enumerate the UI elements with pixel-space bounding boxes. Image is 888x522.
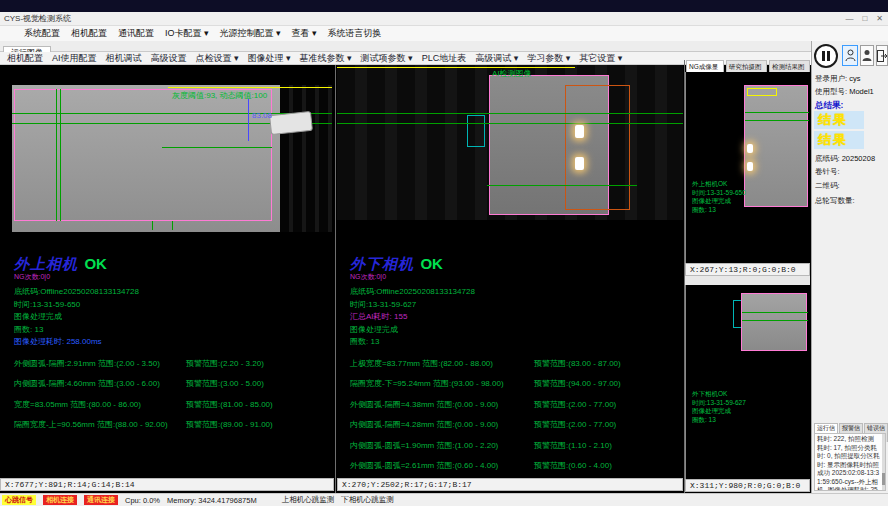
- paper-code-value: 20250208: [842, 154, 875, 163]
- pause-button[interactable]: [814, 44, 838, 68]
- threshold-overlay-label: 灰度阈值:93, 动态阈值:100: [172, 90, 267, 101]
- measurement-text: 隔圈宽度-下=95.24mm 范围:(93.00 - 98.00): [350, 378, 534, 389]
- bright-spot: [575, 125, 584, 138]
- bright-spot: [575, 157, 584, 170]
- menu-item-comm-config[interactable]: 通讯配置: [118, 27, 154, 40]
- memory-usage: Memory: 3424.41796875M: [167, 496, 257, 505]
- teal-roi-box: [467, 115, 485, 147]
- right-control-panel: 登录用户: cys 使用型号: Model1 总结果: 结果 结果 底纸码: 2…: [811, 41, 888, 493]
- cpu-usage: Cpu: 0.0%: [125, 496, 160, 505]
- total-write-count-label: 总轮写数量:: [815, 196, 855, 206]
- menu-item-language-switch[interactable]: 系统语言切换: [328, 27, 382, 40]
- toolbar-camera-config[interactable]: 相机配置: [7, 52, 43, 65]
- toolbar-spot-check[interactable]: 点检设置 ▾: [196, 52, 239, 65]
- maximize-button[interactable]: □: [862, 12, 867, 26]
- window-controls: — □ ✕: [845, 12, 883, 26]
- warning-range: 预警范围:(0.60 - 4.00): [534, 460, 680, 471]
- process-done-line: 图像处理完成: [14, 311, 332, 324]
- mini-line: 圈数: 13: [692, 206, 746, 215]
- bright-spot: [747, 144, 753, 153]
- login-user-value: cys: [849, 74, 860, 83]
- toolbar-other-settings[interactable]: 其它设置 ▾: [579, 52, 622, 65]
- side-view-upper[interactable]: 外上相机OK 时间:13-31-59-650 图像处理完成 圈数: 13: [685, 72, 810, 263]
- window-title: CYS-视觉检测系统: [4, 14, 71, 23]
- mini-line: 圈数: 13: [692, 416, 746, 425]
- logout-button[interactable]: [876, 45, 888, 66]
- model-label: 使用型号:: [815, 87, 847, 96]
- top-dark-strip: [0, 0, 888, 12]
- baseline-overlay: [337, 113, 683, 114]
- measurement-row: 外侧圆弧-隔圈:2.91mm 范围:(2.00 - 3.50)预警范围:(2.2…: [14, 358, 332, 369]
- measurement-row: 宽度=83.05mm 范围:(80.00 - 86.00)预警范围:(81.00…: [14, 399, 332, 410]
- qr-code-label: 二维码:: [815, 181, 840, 191]
- minimize-button[interactable]: —: [845, 12, 853, 26]
- warning-range: 预警范围:(2.20 - 3.20): [186, 358, 332, 369]
- side-view-tabs: NG成像显示 研究拍摄图像 检测结果图像: [686, 60, 810, 72]
- needle-number-label: 卷针号:: [815, 167, 840, 177]
- measurement-text: 内侧圆弧-隔圈:4.60mm 范围:(3.00 - 6.00): [14, 378, 186, 389]
- upper-camera-image[interactable]: 灰度阈值:93, 动态阈值:100 83.08: [12, 85, 332, 232]
- toolbar-advanced-debug[interactable]: 高级调试 ▾: [475, 52, 518, 65]
- lower-camera-image[interactable]: AI检测图像: [337, 65, 683, 220]
- menu-item-camera-config[interactable]: 相机配置: [71, 27, 107, 40]
- warning-range: 预警范围:(1.10 - 2.10): [534, 440, 680, 451]
- measurement-text: 外侧圆弧-圆弧=2.61mm 范围:(0.60 - 4.00): [350, 460, 534, 471]
- ai-elapsed-line: 汇总AI耗时: 155: [350, 311, 680, 324]
- menu-item-system-config[interactable]: 系统配置: [24, 27, 60, 40]
- baseline-overlay: [745, 120, 809, 121]
- measure-line-overlay: [487, 185, 637, 186]
- toolbar-ai-usage-config[interactable]: AI使用配置: [52, 52, 97, 65]
- detection-rectangle: [565, 85, 630, 210]
- toolbar-image-processing[interactable]: 图像处理 ▾: [248, 52, 291, 65]
- toolbar-advanced-settings[interactable]: 高级设置: [151, 52, 187, 65]
- side-tab-capture-image[interactable]: 研究拍摄图像: [726, 60, 767, 72]
- measurement-text: 外侧圆弧-隔圈:2.91mm 范围:(2.00 - 3.50): [14, 358, 186, 369]
- side-tab-ng-display[interactable]: NG成像显示: [686, 60, 724, 72]
- dark-background-region: [280, 85, 332, 232]
- measurement-row: 隔圈宽度-上=90.56mm 范围:(88.00 - 92.00)预警范围:(8…: [14, 419, 332, 430]
- warning-range: 预警范围:(89.00 - 91.00): [186, 419, 332, 430]
- baseline-overlay: [742, 320, 808, 321]
- panel-divider: [335, 65, 336, 493]
- title-bar: CYS-视觉检测系统: [0, 12, 888, 26]
- menu-item-light-config[interactable]: 光源控制配置 ▾: [220, 27, 281, 40]
- toolbar-baseline-params[interactable]: 基准线参数 ▾: [300, 52, 352, 65]
- menu-item-view[interactable]: 查看 ▾: [292, 27, 317, 40]
- measurement-list: 外侧圆弧-隔圈:2.91mm 范围:(2.00 - 3.50)预警范围:(2.2…: [14, 358, 332, 431]
- vertical-guide-line: [56, 89, 57, 221]
- log-scrollbar[interactable]: [882, 434, 885, 490]
- admin-button[interactable]: [860, 45, 874, 66]
- toolbar-learning-params[interactable]: 学习参数 ▾: [527, 52, 570, 65]
- tick-mark: [152, 221, 153, 230]
- measurement-row: 内侧圆弧-隔圈=4.28mm 范围:(0.00 - 9.00)预警范围:(2.0…: [350, 419, 680, 430]
- comm-connection-badge: 通讯连接: [84, 495, 118, 505]
- status-bar: 心跳信号 相机连接 通讯连接 Cpu: 0.0% Memory: 3424.41…: [0, 493, 888, 506]
- user-button[interactable]: [842, 45, 858, 66]
- measurement-row: 上极宽度=83.77mm 范围:(82.00 - 88.00)预警范围:(83.…: [350, 358, 680, 369]
- toolbar-test-params[interactable]: 测试项参数 ▾: [361, 52, 413, 65]
- side-tab-result-image[interactable]: 检测结果图像: [769, 60, 810, 72]
- upper-camera-heartbeat-monitor: 上相机心跳监测: [282, 495, 335, 505]
- heartbeat-signal-badge: 心跳信号: [2, 495, 36, 505]
- tick-mark: [172, 221, 173, 230]
- menu-item-io-config[interactable]: IO卡配置 ▾: [165, 27, 209, 40]
- measurement-row: 外侧圆弧-圆弧=2.61mm 范围:(0.60 - 4.00)预警范围:(0.6…: [350, 460, 680, 471]
- mini-line: 图像处理完成: [692, 197, 746, 206]
- toolbar-plc-address-table[interactable]: PLC地址表: [422, 52, 467, 65]
- lower-camera-coordinate-bar: X:270;Y:2502;R:17;G:17;B:17: [337, 478, 683, 491]
- side-view-separator: [685, 276, 810, 285]
- log-scrollbar-thumb[interactable]: [882, 473, 885, 485]
- log-output[interactable]: 耗时: 222, 拍照检测耗时: 17, 拍照分类耗时: 0, 拍照提取分区耗时…: [814, 433, 886, 491]
- login-user-label: 登录用户:: [815, 74, 847, 83]
- mini-line: 外下相机OK: [692, 390, 746, 399]
- measurement-list: 上极宽度=83.77mm 范围:(82.00 - 88.00)预警范围:(83.…: [350, 358, 680, 472]
- mini-result-text: 外上相机OK 时间:13-31-59-650 图像处理完成 圈数: 13: [692, 180, 746, 214]
- paper-code-line: 底纸码:Offline20250208133134728: [350, 286, 680, 299]
- side-view-lower[interactable]: 外下相机OK 时间:13-31-59-627 图像处理完成 圈数: 13: [685, 285, 810, 479]
- warning-range: 预警范围:(94.00 - 97.00): [534, 378, 680, 389]
- mini-photo: [741, 293, 807, 351]
- toolbar-camera-debug[interactable]: 相机调试: [106, 52, 142, 65]
- log-text: 耗时: 222, 拍照检测耗时: 17, 拍照分类耗时: 0, 拍照提取分区耗时…: [817, 435, 880, 491]
- tab-strip: 运行图像: [0, 41, 888, 52]
- close-button[interactable]: ✕: [876, 12, 883, 26]
